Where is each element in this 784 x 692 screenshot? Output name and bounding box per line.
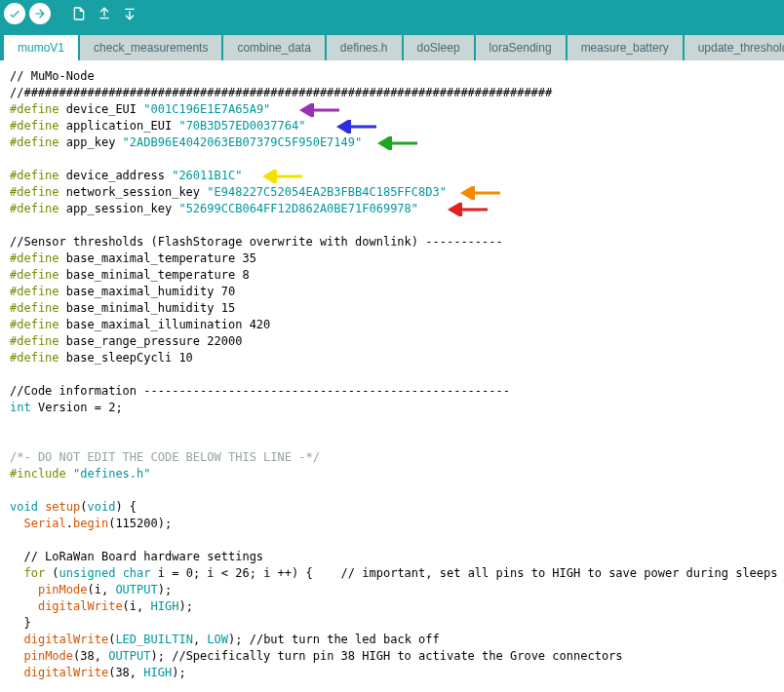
arrow-blue-icon xyxy=(330,120,378,134)
code-line: int Version = 2; xyxy=(10,400,774,416)
code-line: // LoRaWan Board hardware settings xyxy=(10,549,774,565)
code-line: #define application_EUI "70B3D57ED003776… xyxy=(10,118,774,135)
code-line xyxy=(10,532,774,549)
code-line: // MuMo-Node xyxy=(10,68,774,85)
arrow-green-icon xyxy=(371,136,419,150)
code-line: pinMode(i, OUTPUT); xyxy=(10,582,774,598)
tab-dosleep[interactable]: doSleep xyxy=(404,35,474,60)
tab-combine-data[interactable]: combine_data xyxy=(223,35,324,60)
toolbar xyxy=(0,0,784,27)
code-line: #define device_EUI "001C196E1E7A65A9" xyxy=(10,101,774,118)
code-line: digitalWrite(i, HIGH); xyxy=(10,598,774,615)
tab-check-measurements[interactable]: check_measurements xyxy=(80,35,221,60)
tab-mumov1[interactable]: mumoV1 xyxy=(4,35,78,60)
tab-lorasending[interactable]: loraSending xyxy=(476,35,566,60)
code-line: void setup(void) { xyxy=(10,499,774,516)
verify-button[interactable] xyxy=(4,3,25,24)
code-line: digitalWrite(38, HIGH); xyxy=(10,665,774,681)
code-line: #define app_key "2ADB96E4042063EB07379C5… xyxy=(10,135,774,151)
code-line: //Sensor thresholds (FlashStorage overwr… xyxy=(10,234,774,250)
code-line: #define base_range_pressure 22000 xyxy=(10,333,774,350)
code-line: #define base_maximal_illumination 420 xyxy=(10,317,774,333)
code-line: pinMode(38, OUTPUT); //Specifically turn… xyxy=(10,648,774,665)
arrow-purple-icon xyxy=(293,103,341,117)
code-line: #define base_minimal_humidity 15 xyxy=(10,300,774,317)
code-line: } xyxy=(10,615,774,632)
code-line: //######################################… xyxy=(10,85,774,101)
code-line: #define device_address "26011B1C" xyxy=(10,168,774,184)
code-line: Serial.begin(115200); xyxy=(10,516,774,532)
code-line: #define network_session_key "E948227C520… xyxy=(10,184,774,201)
code-line: digitalWrite(LED_BUILTIN, LOW); //but tu… xyxy=(10,632,774,648)
open-icon[interactable] xyxy=(94,3,115,24)
arrow-yellow-icon xyxy=(255,170,304,183)
code-line: #define app_session_key "52699CCB064FF12… xyxy=(10,201,774,217)
code-line: /*- DO NOT EDIT THE CODE BELOW THIS LINE… xyxy=(10,449,774,466)
code-line: for (unsigned char i = 0; i < 26; i ++) … xyxy=(10,565,774,582)
arrow-red-icon xyxy=(441,203,490,216)
code-editor[interactable]: // MuMo-Node //#########################… xyxy=(0,60,784,689)
code-line xyxy=(10,366,774,383)
code-line xyxy=(10,482,774,499)
code-line: #include "defines.h" xyxy=(10,466,774,482)
code-line: #define base_maximal_humidity 70 xyxy=(10,284,774,300)
code-line xyxy=(10,416,774,433)
code-line: //Code information ---------------------… xyxy=(10,383,774,400)
tab-defines-h[interactable]: defines.h xyxy=(327,35,402,60)
code-line: #define base_maximal_temperature 35 xyxy=(10,250,774,267)
tab-measure-battery[interactable]: measure_battery xyxy=(568,35,683,60)
save-icon[interactable] xyxy=(119,3,140,24)
code-line: #define base_minimal_temperature 8 xyxy=(10,267,774,284)
code-line xyxy=(10,433,774,449)
code-line xyxy=(10,151,774,168)
tab-update-thresholds[interactable]: update_thresholds xyxy=(685,35,784,60)
code-line xyxy=(10,217,774,234)
upload-button[interactable] xyxy=(29,3,51,24)
code-line: #define base_sleepCycli 10 xyxy=(10,350,774,366)
tabs: mumoV1 check_measurements combine_data d… xyxy=(0,27,784,60)
arrow-orange-icon xyxy=(453,186,502,200)
new-file-icon[interactable] xyxy=(68,3,90,24)
